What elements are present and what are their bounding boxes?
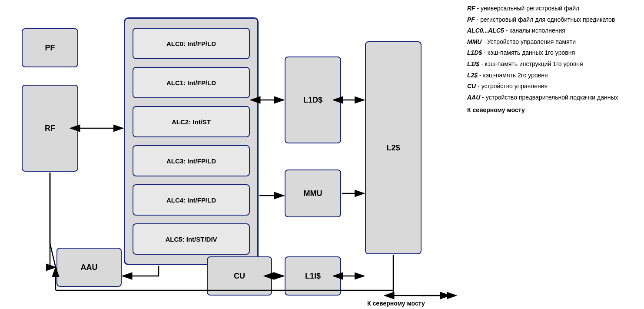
legend-aau: AAU - устройство предвари­тельной подкач… — [467, 93, 637, 102]
alc3-block: ALC3: Int/FP/LD — [133, 145, 250, 176]
legend-l1d: L1D$ - кэш-память данных 1го уровня — [467, 49, 637, 57]
diagram-area: PF RF ALC0: Int/FP/LD ALC1: Int/FP/LD AL… — [0, 0, 461, 309]
legend-mmu: MMU - Устройство управле­ния памяти — [467, 38, 637, 47]
alc4-block: ALC4: Int/FP/LD — [133, 184, 250, 216]
cu-block: CU — [207, 256, 272, 296]
alc5-block: ALC5: Int/ST/DIV — [133, 223, 250, 255]
alc-container: ALC0: Int/FP/LD ALC1: Int/FP/LD ALC2: In… — [124, 17, 259, 265]
legend-pf: PF - регистровый файл для однобитных пре… — [467, 16, 637, 24]
alc1-block: ALC1: Int/FP/LD — [133, 67, 250, 98]
north-bridge-label: К северному мосту — [367, 300, 425, 307]
rf-block: RF — [22, 85, 78, 172]
legend-l2: L2$ - кэш-память 2го уров­ня — [467, 71, 637, 80]
pf-block: PF — [22, 28, 78, 67]
alc0-block: ALC0: Int/FP/LD — [133, 28, 250, 59]
l1d-block: L1D$ — [285, 56, 341, 143]
svg-line-6 — [50, 243, 56, 267]
aau-block: AAU — [56, 248, 122, 287]
legend-l1i: L1I$ - кэш-память инструк­ций 1го уровня — [467, 60, 637, 69]
legend-rf: RF - универсальный регист­ровый файл — [467, 4, 637, 13]
mmu-block: MMU — [285, 169, 341, 217]
legend-area: RF - универсальный регист­ровый файл PF … — [461, 0, 644, 309]
l1i-block: L1I$ — [285, 256, 341, 296]
alc2-block: ALC2: Int/ST — [133, 106, 250, 137]
legend-north-bridge: К северному мосту — [467, 106, 637, 115]
l2-block: L2$ — [365, 41, 422, 254]
legend-alc: ALC0...ALC5 - каналы ис­полнения — [467, 27, 637, 35]
legend-cu: CU - устройство управления — [467, 82, 637, 91]
